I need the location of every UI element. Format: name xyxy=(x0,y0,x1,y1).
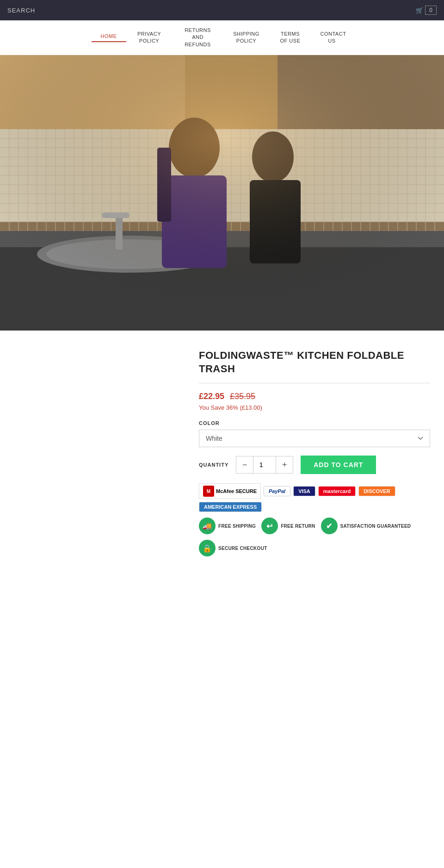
nav-shipping[interactable]: SHIPPING POLICY xyxy=(223,31,270,45)
nav-contact[interactable]: CONTACT US xyxy=(311,31,353,45)
nav-home[interactable]: HOME xyxy=(92,33,126,42)
title-divider xyxy=(199,383,430,383)
amex-badge: AMERICAN EXPRESS xyxy=(199,502,262,512)
mastercard-badge: mastercard xyxy=(318,486,356,496)
product-section: FOLDINGWASTE™ KITCHEN FOLDABLE TRASH £22… xyxy=(0,331,444,575)
search-label[interactable]: SEARCH xyxy=(7,7,35,14)
guarantee-icon: ✔ xyxy=(321,518,338,534)
cart-count[interactable]: 0 xyxy=(425,6,437,15)
mcafee-shield-icon: M xyxy=(203,486,214,497)
quantity-decrease-button[interactable]: − xyxy=(236,456,253,473)
nav-returns[interactable]: RETURNS AND REFUNDS xyxy=(173,27,223,48)
secure-checkout-label: SECURE CHECKOUT xyxy=(218,546,267,551)
feature-secure-checkout: 🔒 SECURE CHECKOUT xyxy=(199,540,267,556)
bottom-space xyxy=(0,575,444,868)
feature-free-shipping: 🚚 FREE SHIPPING xyxy=(199,518,256,534)
free-shipping-label: FREE SHIPPING xyxy=(218,524,256,529)
price-row: £22.95 £35.95 xyxy=(199,392,430,401)
mcafee-label: McAfee SECURE xyxy=(216,488,257,494)
feature-free-return: ↩ FREE RETURN xyxy=(261,518,315,534)
trust-section: M McAfee SECURE PayPal VISA mastercard D… xyxy=(199,483,430,556)
nav-terms[interactable]: TERMS OF USE xyxy=(270,31,311,45)
price-original: £35.95 xyxy=(230,392,255,401)
main-nav: HOME PRIVACY POLICY RETURNS AND REFUNDS … xyxy=(0,20,444,55)
svg-rect-72 xyxy=(0,55,444,331)
cart-icon: 🛒 xyxy=(416,7,423,14)
secure-checkout-icon: 🔒 xyxy=(199,540,216,556)
nav-privacy[interactable]: PRIVACY POLICY xyxy=(126,31,173,45)
free-return-label: FREE RETURN xyxy=(281,524,315,529)
quantity-input[interactable] xyxy=(253,456,276,473)
satisfaction-label: SATISFACTION GUARANTEED xyxy=(340,524,411,529)
hero-scene xyxy=(0,55,444,331)
price-current: £22.95 xyxy=(199,392,224,401)
feature-badges: 🚚 FREE SHIPPING ↩ FREE RETURN ✔ SATISFAC… xyxy=(199,518,430,556)
paypal-badge: PayPal xyxy=(264,486,290,496)
feature-satisfaction: ✔ SATISFACTION GUARANTEED xyxy=(321,518,411,534)
quantity-controls: − + xyxy=(236,456,293,474)
mcafee-badge: M McAfee SECURE xyxy=(199,483,261,499)
product-details: FOLDINGWASTE™ KITCHEN FOLDABLE TRASH £22… xyxy=(185,349,444,556)
top-bar: SEARCH 🛒 0 xyxy=(0,0,444,20)
cart-area[interactable]: 🛒 0 xyxy=(416,6,437,15)
discover-badge: DISCOVER xyxy=(358,486,395,496)
truck-icon: 🚚 xyxy=(199,518,216,534)
add-to-cart-button[interactable]: ADD TO CART xyxy=(301,456,376,474)
return-icon: ↩ xyxy=(261,518,278,534)
quantity-row: QUANTITY − + ADD TO CART xyxy=(199,456,430,474)
color-select[interactable]: White Black Green Blue xyxy=(199,430,430,447)
visa-badge: VISA xyxy=(293,486,315,496)
payment-badges: M McAfee SECURE PayPal VISA mastercard D… xyxy=(199,483,430,512)
quantity-increase-button[interactable]: + xyxy=(276,456,293,473)
quantity-label: QUANTITY xyxy=(199,462,228,468)
hero-image xyxy=(0,55,444,331)
savings-text: You Save 36% (£13.00) xyxy=(199,404,430,411)
product-images xyxy=(0,349,185,556)
product-title: FOLDINGWASTE™ KITCHEN FOLDABLE TRASH xyxy=(199,349,430,375)
color-label: COLOR xyxy=(199,420,430,426)
